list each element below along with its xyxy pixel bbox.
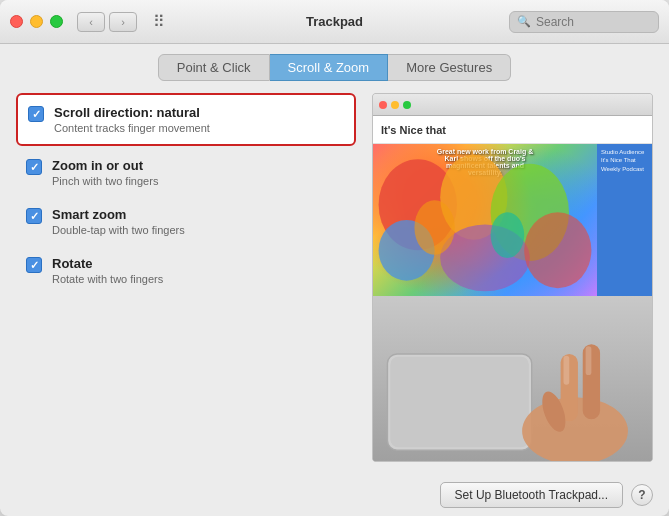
setting-scroll-direction: Scroll direction: natural Content tracks… — [16, 93, 356, 146]
footer: Set Up Bluetooth Trackpad... ? — [0, 474, 669, 516]
trackpad-area — [373, 296, 652, 461]
forward-button[interactable]: › — [109, 12, 137, 32]
browser-dot-max — [403, 101, 411, 109]
titlebar: ‹ › ⠿ Trackpad 🔍 ✕ — [0, 0, 669, 44]
maximize-button[interactable] — [50, 15, 63, 28]
browser-chrome — [373, 94, 652, 116]
browser-content: It's Nice that Great new work from Craig… — [373, 116, 652, 296]
browser-sidebar-text: Studio Audience It's Nice That Weekly Po… — [601, 148, 648, 173]
tabs-container: Point & Click Scroll & Zoom More Gesture… — [0, 44, 669, 81]
svg-rect-9 — [390, 357, 529, 447]
setting-title-smart-zoom: Smart zoom — [52, 207, 346, 222]
search-input[interactable] — [536, 15, 669, 29]
help-button[interactable]: ? — [631, 484, 653, 506]
main-window: ‹ › ⠿ Trackpad 🔍 ✕ Point & Click Scroll … — [0, 0, 669, 516]
setting-rotate: Rotate Rotate with two fingers — [16, 248, 356, 293]
checkbox-rotate[interactable] — [26, 257, 42, 273]
setting-title-scroll-direction: Scroll direction: natural — [54, 105, 344, 120]
trackpad-hand-svg — [373, 293, 652, 462]
right-panel: It's Nice that Great new work from Craig… — [372, 93, 653, 462]
setting-desc-rotate: Rotate with two fingers — [52, 273, 346, 285]
tab-scroll-zoom[interactable]: Scroll & Zoom — [270, 54, 389, 81]
browser-image-area: Great new work from Craig & Karl shows o… — [373, 144, 597, 296]
checkbox-zoom[interactable] — [26, 159, 42, 175]
browser-preview: It's Nice that Great new work from Craig… — [373, 94, 652, 296]
setting-title-rotate: Rotate — [52, 256, 346, 271]
browser-dot-min — [391, 101, 399, 109]
traffic-lights — [10, 15, 63, 28]
browser-header-bar: It's Nice that — [373, 116, 652, 144]
nav-buttons: ‹ › — [77, 12, 137, 32]
svg-point-5 — [524, 212, 591, 288]
close-button[interactable] — [10, 15, 23, 28]
browser-sidebar: Studio Audience It's Nice That Weekly Po… — [597, 144, 652, 296]
window-title: Trackpad — [306, 14, 363, 29]
setting-desc-scroll-direction: Content tracks finger movement — [54, 122, 344, 134]
setting-smart-zoom: Smart zoom Double-tap with two fingers — [16, 199, 356, 244]
back-button[interactable]: ‹ — [77, 12, 105, 32]
checkbox-scroll-direction[interactable] — [28, 106, 44, 122]
svg-point-7 — [491, 212, 525, 258]
bluetooth-button[interactable]: Set Up Bluetooth Trackpad... — [440, 482, 623, 508]
svg-rect-14 — [563, 356, 569, 385]
tab-point-click[interactable]: Point & Click — [158, 54, 270, 81]
setting-title-zoom: Zoom in or out — [52, 158, 346, 173]
browser-site-title: It's Nice that — [381, 124, 446, 136]
left-panel: Scroll direction: natural Content tracks… — [16, 93, 356, 462]
minimize-button[interactable] — [30, 15, 43, 28]
browser-dot-close — [379, 101, 387, 109]
tab-more-gestures[interactable]: More Gestures — [388, 54, 511, 81]
svg-point-6 — [414, 200, 454, 255]
app-grid-button[interactable]: ⠿ — [145, 12, 173, 32]
search-icon: 🔍 — [517, 15, 531, 28]
setting-desc-smart-zoom: Double-tap with two fingers — [52, 224, 346, 236]
main-content: Scroll direction: natural Content tracks… — [0, 81, 669, 474]
setting-desc-zoom: Pinch with two fingers — [52, 175, 346, 187]
svg-rect-15 — [586, 347, 592, 376]
browser-main-content: Great new work from Craig & Karl shows o… — [373, 144, 652, 296]
setting-zoom: Zoom in or out Pinch with two fingers — [16, 150, 356, 195]
checkbox-smart-zoom[interactable] — [26, 208, 42, 224]
search-box: 🔍 ✕ — [509, 11, 659, 33]
